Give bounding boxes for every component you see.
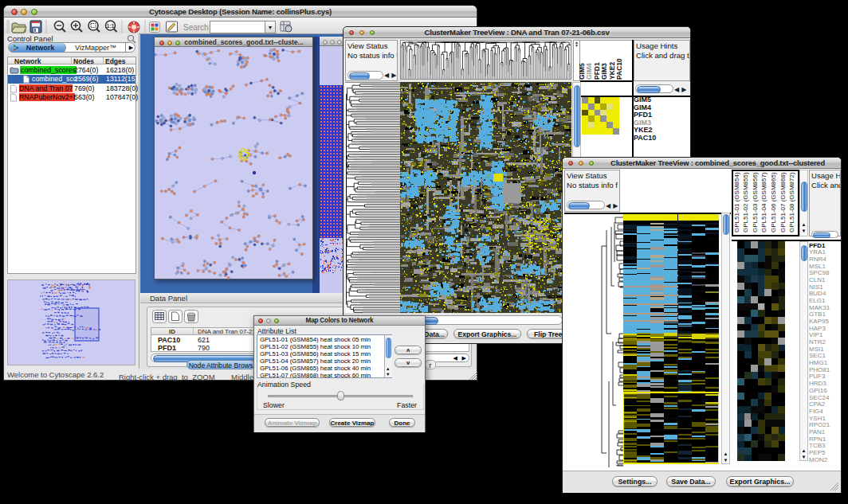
svg-text:1:1: 1:1 [107,23,115,29]
svg-text:Search:: Search: [183,23,210,32]
